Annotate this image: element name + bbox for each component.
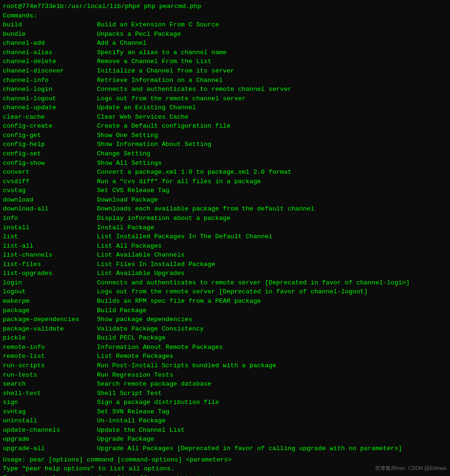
table-row: channel-discoverInitialize a Channel fro… bbox=[3, 66, 447, 76]
table-row: channel-updateUpdate an Existing Channel bbox=[3, 103, 447, 113]
table-row: listList Installed Packages In The Defau… bbox=[3, 232, 447, 242]
cmd-name: config-help bbox=[3, 140, 97, 149]
cmd-name: package-validate bbox=[3, 324, 97, 334]
cmd-name: run-tests bbox=[3, 371, 97, 380]
cmd-desc: Show Information About Setting bbox=[97, 140, 447, 149]
cmd-name: channel-discover bbox=[3, 66, 97, 76]
cmd-desc: Logs out from the remote server [Depreca… bbox=[97, 287, 447, 297]
cmd-name: config-set bbox=[3, 149, 97, 159]
cmd-desc: Builds an RPM spec file from a PEAR pack… bbox=[97, 297, 447, 306]
cmd-name: sign bbox=[3, 398, 97, 407]
prompt-line: root@774e7733e1b:/usr/local/lib/php# php… bbox=[3, 2, 447, 11]
cmd-desc: Connects and authenticates to remote ser… bbox=[97, 278, 447, 288]
table-row: list-upgradesList Available Upgrades bbox=[3, 269, 447, 278]
cmd-name: channel-info bbox=[3, 76, 97, 85]
table-row: infoDisplay information about a package bbox=[3, 214, 447, 223]
table-row: svntagSet SVN Release Tag bbox=[3, 407, 447, 417]
cmd-desc: List Installed Packages In The Default C… bbox=[97, 232, 447, 242]
table-row: package-validateValidate Package Consist… bbox=[3, 324, 447, 334]
cmd-name: convert bbox=[3, 168, 97, 177]
table-row: run-scriptsRun Post-Install Scripts bund… bbox=[3, 361, 447, 371]
cmd-name: svntag bbox=[3, 407, 97, 417]
cmd-name: package bbox=[3, 306, 97, 315]
table-row: list-allList All Packages bbox=[3, 242, 447, 251]
table-row: uninstallUn-install Package bbox=[3, 416, 447, 426]
cmd-name: install bbox=[3, 223, 97, 233]
table-row: package-dependenciesShow package depende… bbox=[3, 315, 447, 324]
table-row: upgradeUpgrade Package bbox=[3, 435, 447, 444]
cmd-desc: List Files In Installed Package bbox=[97, 260, 447, 269]
cmd-desc: Show One Setting bbox=[97, 131, 447, 140]
table-row: channel-infoRetrieve Information on a Ch… bbox=[3, 76, 447, 85]
cmd-desc: Set CVS Release Tag bbox=[97, 186, 447, 195]
cmd-desc: Shell Script Test bbox=[97, 389, 447, 398]
table-row: channel-logoutLogs out from the remote c… bbox=[3, 94, 447, 104]
cmd-name: config-get bbox=[3, 131, 97, 140]
watermark: 筑摩書房leav CSDN @Elitewa bbox=[375, 465, 446, 472]
table-row: makerpmBuilds an RPM spec file from a PE… bbox=[3, 297, 447, 306]
cmd-desc: Downloads each available package from th… bbox=[97, 204, 447, 214]
cmd-desc: Run Regression Tests bbox=[97, 371, 447, 380]
cmd-name: upgrade-all bbox=[3, 444, 97, 453]
cmd-desc: Show package dependencies bbox=[97, 315, 447, 324]
table-row: config-helpShow Information About Settin… bbox=[3, 140, 447, 149]
footer-line: Usage: pear [options] command [command-o… bbox=[3, 455, 447, 465]
cmd-desc: Download Package bbox=[97, 195, 447, 205]
table-row: packageBuild Package bbox=[3, 306, 447, 315]
cmd-desc: Logs out from the remote channel server bbox=[97, 94, 447, 104]
cmd-desc: Connects and authenticates to remote cha… bbox=[97, 85, 447, 94]
cmd-name: pickle bbox=[3, 333, 97, 343]
cmd-desc: Create a Default configuration file bbox=[97, 121, 447, 131]
cmd-desc: Upgrade All Packages [Deprecated in favo… bbox=[97, 444, 447, 453]
table-row: remote-infoInformation About Remote Pack… bbox=[3, 343, 447, 352]
cmd-name: list-upgrades bbox=[3, 269, 97, 278]
cmd-desc: List Available Upgrades bbox=[97, 269, 447, 278]
table-row: cvstagSet CVS Release Tag bbox=[3, 186, 447, 195]
cmd-name: run-scripts bbox=[3, 361, 97, 371]
table-row: config-getShow One Setting bbox=[3, 131, 447, 140]
cmd-name: info bbox=[3, 214, 97, 223]
table-row: buildBuild an Extension From C Source bbox=[3, 20, 447, 30]
cmd-name: channel-delete bbox=[3, 57, 97, 66]
table-row: upgrade-allUpgrade All Packages [Depreca… bbox=[3, 444, 447, 453]
table-row: clear-cacheClear Web Services Cache bbox=[3, 113, 447, 122]
commands-header: Commands: bbox=[3, 11, 447, 21]
table-row: config-setChange Setting bbox=[3, 149, 447, 159]
cmd-name: search bbox=[3, 379, 97, 389]
cmd-name: download-all bbox=[3, 204, 97, 214]
table-row: config-showShow All Settings bbox=[3, 159, 447, 168]
cmd-name: channel-add bbox=[3, 39, 97, 48]
cmd-desc: Update an Existing Channel bbox=[97, 103, 447, 113]
cmd-desc: Run Post-Install Scripts bundled with a … bbox=[97, 361, 447, 371]
cmd-desc: Validate Package Consistency bbox=[97, 324, 447, 334]
cmd-name: list-channels bbox=[3, 250, 97, 260]
table-row: channel-deleteRemove a Channel From the … bbox=[3, 57, 447, 66]
cmd-name: bundle bbox=[3, 30, 97, 39]
cmd-name: update-channels bbox=[3, 426, 97, 435]
cmd-desc: Unpacks a Pecl Package bbox=[97, 30, 447, 39]
cmd-desc: Run a "cvs diff" for all files in a pack… bbox=[97, 177, 447, 186]
cmd-name: cvsdiff bbox=[3, 177, 97, 186]
cmd-desc: List Remote Packages bbox=[97, 352, 447, 361]
cmd-name: channel-logout bbox=[3, 94, 97, 104]
table-row: channel-aliasSpecify an alias to a chann… bbox=[3, 48, 447, 57]
cmd-desc: Information About Remote Packages bbox=[97, 343, 447, 352]
cmd-desc: Upgrade Package bbox=[97, 435, 447, 444]
cmd-name: list-all bbox=[3, 242, 97, 251]
cmd-desc: Build PECL Package bbox=[97, 333, 447, 343]
cmd-desc: Build Package bbox=[97, 306, 447, 315]
table-row: channel-addAdd a Channel bbox=[3, 39, 447, 48]
cmd-desc: Search remote package database bbox=[97, 379, 447, 389]
cmd-name: login bbox=[3, 278, 97, 288]
cmd-desc: Convert a package.xml 1.0 to package.xml… bbox=[97, 168, 447, 177]
table-row: loginConnects and authenticates to remot… bbox=[3, 278, 447, 288]
cmd-name: channel-alias bbox=[3, 48, 97, 57]
table-row: list-filesList Files In Installed Packag… bbox=[3, 260, 447, 269]
table-row: list-channelsList Available Channels bbox=[3, 250, 447, 260]
table-row: config-createCreate a Default configurat… bbox=[3, 121, 447, 131]
watermark-leav: 筑摩書房leav bbox=[375, 465, 405, 471]
cmd-name: shell-test bbox=[3, 389, 97, 398]
cmd-name: upgrade bbox=[3, 435, 97, 444]
cmd-desc: Specify an alias to a channel name bbox=[97, 48, 447, 57]
watermark-csdn: CSDN @Elitewa bbox=[408, 465, 446, 471]
